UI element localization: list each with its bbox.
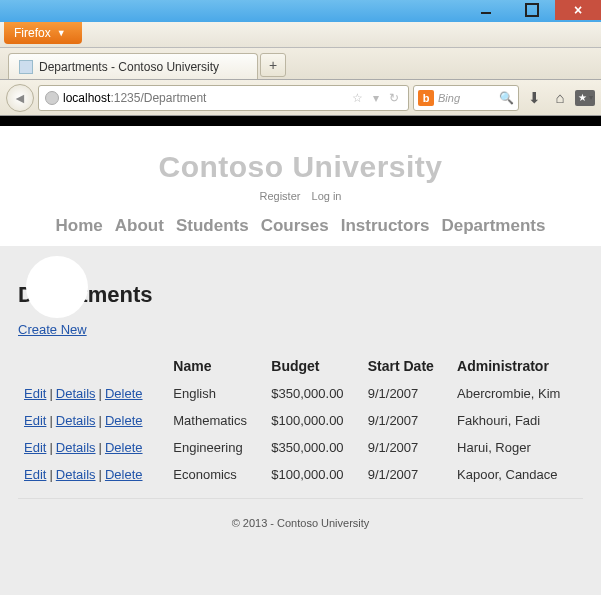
reload-icon[interactable]: ↻	[386, 91, 402, 105]
nav-courses[interactable]: Courses	[261, 216, 329, 236]
table-body: Edit|Details|Delete English $350,000.00 …	[18, 380, 583, 488]
main-nav: Home About Students Courses Instructors …	[0, 216, 601, 236]
url-text: localhost:1235/Department	[63, 91, 206, 105]
cell-budget: $100,000.00	[265, 461, 361, 488]
page-title: Departments	[18, 282, 583, 308]
details-link[interactable]: Details	[56, 440, 96, 455]
cell-admin: Abercrombie, Kim	[451, 380, 583, 407]
table-row: Edit|Details|Delete Engineering $350,000…	[18, 434, 583, 461]
search-box[interactable]: b Bing 🔍	[413, 85, 519, 111]
nav-about[interactable]: About	[115, 216, 164, 236]
globe-icon	[45, 91, 59, 105]
tab-strip: Departments - Contoso University +	[0, 48, 601, 80]
edit-link[interactable]: Edit	[24, 413, 46, 428]
cell-start: 9/1/2007	[362, 380, 451, 407]
cell-name: Economics	[167, 461, 265, 488]
close-button[interactable]: ×	[555, 0, 601, 20]
col-start: Start Date	[362, 354, 451, 380]
delete-link[interactable]: Delete	[105, 467, 143, 482]
site-title: Contoso University	[0, 150, 601, 184]
edit-link[interactable]: Edit	[24, 467, 46, 482]
cell-start: 9/1/2007	[362, 407, 451, 434]
details-link[interactable]: Details	[56, 413, 96, 428]
firefox-menu-row: Firefox ▼	[0, 22, 601, 48]
site-header: Contoso University Register Log in Home …	[0, 126, 601, 246]
header-bar	[0, 116, 601, 126]
page-viewport: Contoso University Register Log in Home …	[0, 116, 601, 595]
create-new-link[interactable]: Create New	[18, 322, 87, 337]
content-area: Departments Create New Name Budget Start…	[0, 246, 601, 547]
details-link[interactable]: Details	[56, 467, 96, 482]
delete-link[interactable]: Delete	[105, 413, 143, 428]
decorative-circle	[26, 256, 88, 318]
nav-departments[interactable]: Departments	[441, 216, 545, 236]
actions-cell: Edit|Details|Delete	[18, 434, 167, 461]
table-row: Edit|Details|Delete Mathematics $100,000…	[18, 407, 583, 434]
actions-header	[18, 354, 167, 380]
edit-link[interactable]: Edit	[24, 386, 46, 401]
navigation-toolbar: ◄ localhost:1235/Department ☆ ▾ ↻ b Bing…	[0, 80, 601, 116]
tab-title: Departments - Contoso University	[39, 60, 219, 74]
chevron-down-icon: ▼	[57, 28, 66, 38]
nav-home[interactable]: Home	[56, 216, 103, 236]
table-row: Edit|Details|Delete Economics $100,000.0…	[18, 461, 583, 488]
cell-admin: Harui, Roger	[451, 434, 583, 461]
cell-name: English	[167, 380, 265, 407]
col-admin: Administrator	[451, 354, 583, 380]
delete-link[interactable]: Delete	[105, 386, 143, 401]
delete-link[interactable]: Delete	[105, 440, 143, 455]
dropdown-icon[interactable]: ▾	[370, 91, 382, 105]
bookmark-star-icon[interactable]: ☆	[349, 91, 366, 105]
cell-name: Engineering	[167, 434, 265, 461]
edit-link[interactable]: Edit	[24, 440, 46, 455]
table-row: Edit|Details|Delete English $350,000.00 …	[18, 380, 583, 407]
cell-budget: $100,000.00	[265, 407, 361, 434]
page-icon	[19, 60, 33, 74]
table-header-row: Name Budget Start Date Administrator	[18, 354, 583, 380]
actions-cell: Edit|Details|Delete	[18, 380, 167, 407]
titlebar: ×	[0, 0, 601, 22]
col-budget: Budget	[265, 354, 361, 380]
search-placeholder: Bing	[438, 92, 460, 104]
downloads-button[interactable]: ⬇	[523, 87, 545, 109]
nav-students[interactable]: Students	[176, 216, 249, 236]
nav-instructors[interactable]: Instructors	[341, 216, 430, 236]
cell-admin: Fakhouri, Fadi	[451, 407, 583, 434]
cell-budget: $350,000.00	[265, 380, 361, 407]
site-footer: © 2013 - Contoso University	[18, 498, 583, 537]
actions-cell: Edit|Details|Delete	[18, 407, 167, 434]
auth-links: Register Log in	[0, 190, 601, 202]
cell-name: Mathematics	[167, 407, 265, 434]
cell-admin: Kapoor, Candace	[451, 461, 583, 488]
bing-icon: b	[418, 90, 434, 106]
maximize-button[interactable]	[509, 0, 555, 20]
cell-start: 9/1/2007	[362, 434, 451, 461]
browser-window: × Firefox ▼ Departments - Contoso Univer…	[0, 0, 601, 595]
search-icon[interactable]: 🔍	[499, 91, 514, 105]
col-name: Name	[167, 354, 265, 380]
minimize-button[interactable]	[463, 0, 509, 20]
login-link[interactable]: Log in	[312, 190, 342, 202]
register-link[interactable]: Register	[259, 190, 300, 202]
departments-table: Name Budget Start Date Administrator Edi…	[18, 354, 583, 488]
firefox-menu-button[interactable]: Firefox ▼	[4, 22, 82, 44]
actions-cell: Edit|Details|Delete	[18, 461, 167, 488]
browser-tab[interactable]: Departments - Contoso University	[8, 53, 258, 79]
cell-budget: $350,000.00	[265, 434, 361, 461]
firefox-menu-label: Firefox	[14, 26, 51, 40]
new-tab-button[interactable]: +	[260, 53, 286, 77]
url-bar[interactable]: localhost:1235/Department ☆ ▾ ↻	[38, 85, 409, 111]
home-button[interactable]: ⌂	[549, 87, 571, 109]
bookmarks-menu-button[interactable]: ★	[575, 90, 595, 106]
cell-start: 9/1/2007	[362, 461, 451, 488]
details-link[interactable]: Details	[56, 386, 96, 401]
back-button[interactable]: ◄	[6, 84, 34, 112]
